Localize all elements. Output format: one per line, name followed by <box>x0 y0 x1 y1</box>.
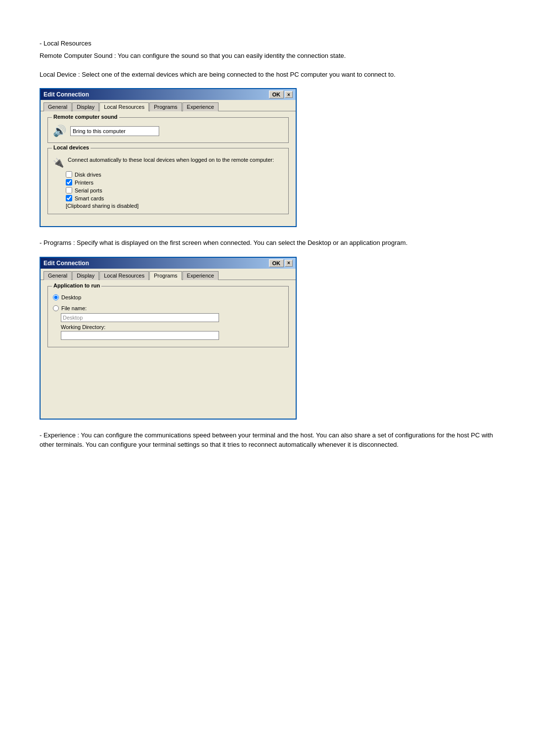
devices-desc-wrapper: Connect automatically to these local dev… <box>68 156 274 167</box>
app-group-title: Application to run <box>52 283 101 288</box>
radio-filename[interactable] <box>53 305 59 311</box>
filename-input[interactable] <box>61 313 219 322</box>
tab-programs-2[interactable]: Programs <box>149 271 182 280</box>
devices-desc: Connect automatically to these local dev… <box>68 156 274 164</box>
serial-ports-label: Serial ports <box>75 188 102 193</box>
tab-experience-1[interactable]: Experience <box>182 102 219 111</box>
programs-desc: - Programs : Specify what is displayed o… <box>40 238 494 248</box>
local-devices-title: Local devices <box>52 144 90 150</box>
disk-drives-row: Disk drives <box>66 171 283 178</box>
radio-filename-label: File name: <box>61 305 87 311</box>
edit-connection-dialog-1: Edit Connection OK × General Display Loc… <box>40 88 297 227</box>
radio-desktop[interactable] <box>53 294 59 300</box>
dialog1-tabs: General Display Local Resources Programs… <box>41 100 296 111</box>
local-resources-title: - Local Resources <box>40 40 494 47</box>
dialog1-content: Remote computer sound 🔊 Bring to this co… <box>41 111 296 226</box>
printers-row: Printers <box>66 179 283 186</box>
plug-icon: 🔌 <box>53 157 64 168</box>
tab-programs-1[interactable]: Programs <box>149 102 182 111</box>
dialog2-tabs: General Display Local Resources Programs… <box>41 269 296 280</box>
local-resources-desc1: Remote Computer Sound : You can configur… <box>40 51 494 61</box>
sound-group: Remote computer sound 🔊 Bring to this co… <box>47 117 289 143</box>
dialog1-titlebar: Edit Connection OK × <box>41 89 296 100</box>
radio-filename-row: File name: <box>53 305 283 311</box>
workdir-label: Working Directory: <box>61 324 283 330</box>
disk-drives-label: Disk drives <box>75 172 101 178</box>
local-devices-row: 🔌 Connect automatically to these local d… <box>53 156 283 168</box>
dialog1-title-buttons: OK × <box>269 91 293 98</box>
sound-icon: 🔊 <box>53 125 66 138</box>
dialog2-titlebar: Edit Connection OK × <box>41 258 296 269</box>
smart-cards-label: Smart cards <box>75 195 104 201</box>
disk-drives-checkbox[interactable] <box>66 171 72 178</box>
tab-display-2[interactable]: Display <box>72 271 99 280</box>
sound-dropdown-wrapper: Bring to this computer Do not play Leave… <box>70 126 159 136</box>
dialog1-title: Edit Connection <box>44 91 89 98</box>
experience-desc: - Experience : You can configure the com… <box>40 430 494 450</box>
local-resources-desc2: Local Device : Select one of the externa… <box>40 70 494 80</box>
tab-experience-2[interactable]: Experience <box>182 271 219 280</box>
workdir-input[interactable] <box>61 331 219 340</box>
printers-checkbox[interactable] <box>66 179 72 186</box>
tab-local-resources-1[interactable]: Local Resources <box>99 102 149 111</box>
dialog2-ok-button[interactable]: OK <box>269 259 284 267</box>
radio-desktop-label: Desktop <box>61 294 81 300</box>
serial-ports-row: Serial ports <box>66 187 283 193</box>
dialog2-title-buttons: OK × <box>269 259 293 267</box>
sound-dropdown[interactable]: Bring to this computer Do not play Leave… <box>70 126 159 136</box>
serial-ports-checkbox[interactable] <box>66 187 72 193</box>
radio-desktop-row: Desktop <box>53 294 283 300</box>
local-devices-content: 🔌 Connect automatically to these local d… <box>53 156 283 209</box>
printers-label: Printers <box>75 180 93 186</box>
clipboard-note: [Clipboard sharing is disabled] <box>66 203 283 209</box>
smart-cards-row: Smart cards <box>66 195 283 201</box>
tab-local-resources-2[interactable]: Local Resources <box>99 271 149 280</box>
dialog2-title: Edit Connection <box>44 260 89 267</box>
sound-group-title: Remote computer sound <box>52 114 119 120</box>
tab-display-1[interactable]: Display <box>72 102 99 111</box>
dialog1-ok-button[interactable]: OK <box>269 91 284 98</box>
sound-group-content: 🔊 Bring to this computer Do not play Lea… <box>53 125 283 138</box>
tab-general-1[interactable]: General <box>44 102 72 111</box>
smart-cards-checkbox[interactable] <box>66 195 72 201</box>
dialog2-content: Application to run Desktop File name: Wo… <box>41 280 296 419</box>
tab-general-2[interactable]: General <box>44 271 72 280</box>
local-devices-group: Local devices 🔌 Connect automatically to… <box>47 148 289 214</box>
app-group: Application to run Desktop File name: Wo… <box>47 286 289 347</box>
dialog2-close-button[interactable]: × <box>285 260 293 267</box>
dialog1-close-button[interactable]: × <box>285 91 293 98</box>
empty-space <box>47 352 289 412</box>
edit-connection-dialog-2: Edit Connection OK × General Display Loc… <box>40 257 297 420</box>
